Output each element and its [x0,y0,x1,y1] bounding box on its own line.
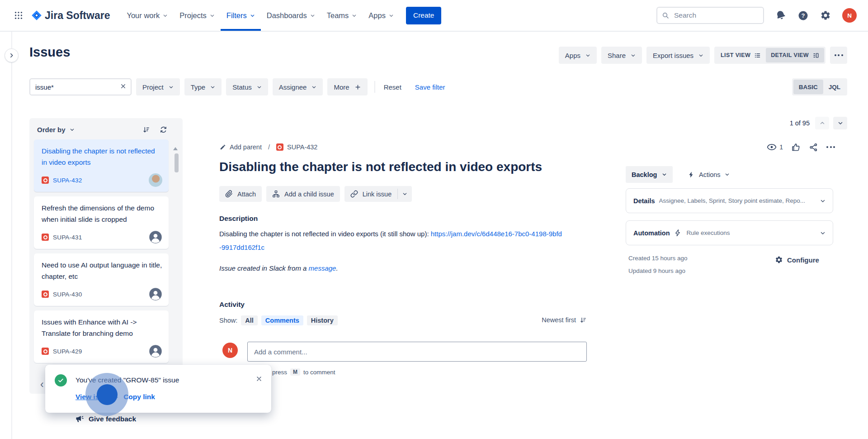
actions-dropdown-button[interactable]: Actions [688,166,730,183]
filter-search [29,78,132,95]
view-toggle: LIST VIEW DETAIL VIEW [714,47,826,64]
project-filter-button[interactable]: Project [136,78,180,95]
user-avatar[interactable]: N [842,8,857,23]
status-filter-button[interactable]: Status [226,78,268,95]
assignee-filter-button[interactable]: Assignee [273,78,323,95]
save-filter-button[interactable]: Save filter [413,83,447,91]
watchers-button[interactable]: 1 [767,142,783,152]
more-filters-button[interactable]: More [327,78,367,95]
collapsed-sidebar-divider [11,32,12,439]
tab-all[interactable]: All [241,315,258,325]
filter-search-input[interactable] [29,78,132,95]
bug-type-icon [42,234,49,241]
plus-icon [354,84,361,91]
pencil-icon [220,144,226,150]
scrollbar-up-arrow[interactable] [173,147,178,150]
scrollbar-thumb[interactable] [175,153,179,172]
slack-message-link[interactable]: message [309,264,336,272]
lightning-outline-icon [674,229,682,237]
copy-link-button[interactable]: Copy link [123,393,155,401]
nav-item-dashboards[interactable]: Dashboards [261,0,321,31]
clear-search-icon[interactable] [120,83,127,90]
link-issue-more-button[interactable] [398,186,412,202]
comment-box[interactable] [247,342,587,362]
create-button[interactable]: Create [406,7,442,24]
order-by-icons [142,126,179,134]
issue-card-SUPA-432[interactable]: Disabling the chapter is not reflected i… [34,139,169,192]
give-feedback-button[interactable]: Give feedback [75,415,136,424]
type-filter-button[interactable]: Type [184,78,222,95]
issue-card-footer: SUPA-430 [42,287,162,301]
unassigned-avatar-icon [149,230,162,244]
chevron-down-icon [210,13,215,18]
jql-mode-button[interactable]: JQL [823,80,846,94]
chevron-down-icon [163,13,168,18]
help-icon[interactable]: ? [797,10,809,21]
nav-item-filters[interactable]: Filters [221,0,261,31]
list-view-button[interactable]: LIST VIEW [716,48,766,62]
global-search-input[interactable] [673,11,759,20]
description-body[interactable]: Disabling the chapter is not reflected i… [219,227,564,254]
query-mode-toggle: BASIC JQL [792,78,847,95]
chevron-down-icon [70,127,75,132]
details-panel[interactable]: Details Assignee, Labels, Sprint, Story … [626,188,833,213]
nav-item-apps[interactable]: Apps [363,0,400,31]
issue-card-SUPA-430[interactable]: Need to use AI output language in title,… [34,253,169,306]
tab-comments[interactable]: Comments [261,315,303,325]
toast-message: You've created "GROW-85" issue [75,376,179,384]
apps-dropdown-button[interactable]: Apps [559,47,597,64]
close-icon[interactable] [255,375,263,382]
previous-issue-button[interactable] [815,117,829,129]
app-switcher-icon[interactable] [11,8,26,23]
settings-gear-icon[interactable] [820,10,831,21]
chevron-right-icon [9,52,14,58]
jira-logo[interactable]: Jira Software [31,10,110,22]
created-timestamp: Created 15 hours ago [628,255,688,262]
expand-sidebar-button[interactable] [5,48,19,62]
chevron-down-icon [250,13,255,18]
pagination-label: 1 of 95 [790,119,810,127]
issue-card-SUPA-429[interactable]: Issues with Enhance with AI -> Translate… [34,310,169,363]
issue-title: Disabling the chapter is not reflected i… [219,158,576,175]
activity-sort-button[interactable]: Newest first [542,316,587,324]
share-icon[interactable] [809,143,818,152]
status-dropdown-backlog[interactable]: Backlog [626,166,673,183]
nav-item-projects[interactable]: Projects [174,0,221,31]
add-parent-button[interactable]: Add parent [220,143,262,151]
global-search[interactable] [656,7,764,24]
notifications-bell-icon[interactable] [775,10,786,21]
reset-filters-button[interactable]: Reset [382,83,403,91]
detail-view-button[interactable]: DETAIL VIEW [766,48,824,62]
issue-card-SUPA-431[interactable]: Refresh the dimensions of the demo when … [34,196,169,249]
order-by-dropdown[interactable]: Order by [37,126,75,134]
description-heading: Description [219,215,258,223]
link-issue-button[interactable]: Link issue [344,186,397,202]
previous-page-chevron[interactable]: ‹ [40,380,44,389]
add-child-issue-button[interactable]: Add a child issue [266,186,340,202]
automation-panel[interactable]: Automation Rule executions [626,220,833,245]
sort-direction-icon[interactable] [142,126,150,134]
share-dropdown-button[interactable]: Share [601,47,642,64]
more-options-icon[interactable] [826,146,835,148]
basic-mode-button[interactable]: BASIC [793,80,823,94]
nav-item-teams[interactable]: Teams [321,0,363,31]
nav-item-your-work[interactable]: Your work [121,0,174,31]
tab-history[interactable]: History [307,315,338,325]
next-issue-button[interactable] [833,117,847,129]
slack-note: Issue created in Slack from a message. [219,264,338,272]
comment-hint: press M to comment [272,368,335,376]
comment-input[interactable] [248,348,586,356]
configure-button[interactable]: Configure [775,256,819,264]
export-issues-dropdown-button[interactable]: Export issues [646,47,710,64]
sort-descending-icon [580,316,587,324]
chevron-down-icon [169,85,174,90]
issue-card-key: SUPA-432 [53,177,82,184]
refresh-icon[interactable] [160,126,167,134]
more-actions-button[interactable] [830,47,847,64]
activity-filter-row: Show: All Comments History [219,315,338,325]
attach-button[interactable]: Attach [219,186,262,202]
vote-thumbs-up-icon[interactable] [791,143,801,152]
breadcrumb: Add parent / SUPA-432 [220,143,317,151]
view-issue-link[interactable]: View issue [75,393,111,401]
breadcrumb-issue-key[interactable]: SUPA-432 [276,143,317,151]
